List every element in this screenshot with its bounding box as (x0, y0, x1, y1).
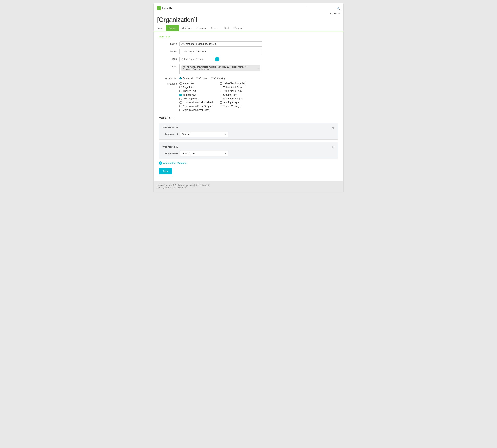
check-taf-body[interactable]: Tell-a-friend Body (220, 90, 245, 92)
footer: ActionKit version 2.2.16 (development) (… (154, 181, 343, 192)
check-sharing-image[interactable]: Sharing Image (220, 101, 245, 104)
variation-remove-1[interactable]: ⊗ (332, 126, 335, 129)
check-confirm-email-enabled-input[interactable] (179, 101, 182, 104)
allocation-label: Allocation* (159, 77, 179, 80)
check-templateset[interactable]: Templateset (179, 94, 213, 96)
nav-item-staff[interactable]: Staff (221, 25, 232, 31)
add-variation-button[interactable]: + Add another Variation (159, 161, 338, 165)
tags-label: Tags (159, 57, 179, 60)
check-page-title-input[interactable] (179, 82, 182, 85)
radio-custom[interactable]: Custom (196, 77, 207, 80)
check-page-intro-input[interactable] (179, 86, 182, 88)
check-twitter-message-input[interactable] (220, 105, 222, 107)
changes-cols: Page Title Page Intro Thanks Text Templa… (179, 82, 245, 111)
notes-label: Notes (159, 49, 179, 53)
pages-field: (raising-money-chewbaccas-medal-honor_co… (179, 64, 262, 75)
variation-card-1: VARIATION: #1 ⊗ Templateset Original dem… (159, 123, 338, 140)
variation-select-1[interactable]: Original demo_2016 (180, 131, 228, 137)
check-followup-url[interactable]: Followup URL (179, 97, 213, 100)
check-sharing-title[interactable]: Sharing Title (220, 94, 245, 96)
variation-label-1: VARIATION: #1 (162, 126, 178, 129)
pages-label: Pages (159, 64, 179, 68)
variation-header-1: VARIATION: #1 ⊗ (162, 126, 335, 129)
variations-section: Variations VARIATION: #1 ⊗ Templateset O… (159, 115, 338, 174)
logo-area: + ActionKit (157, 6, 172, 10)
check-confirm-email-body-input[interactable] (179, 109, 182, 111)
variation-select-2[interactable]: Original demo_2016 (180, 151, 228, 156)
header-top: + ActionKit 🔍 ADMIN ⚙ (157, 6, 340, 15)
footer-version: ActionKit version 2.2.16 (development) (… (157, 184, 340, 187)
radio-custom-input[interactable] (196, 77, 198, 80)
check-page-intro[interactable]: Page Intro (179, 86, 213, 89)
name-label: Name (159, 41, 179, 45)
check-confirm-email-body[interactable]: Confirmation Email Body (179, 109, 213, 111)
admin-area: ADMIN ⚙ (330, 12, 340, 15)
allocation-row: Allocation* Balanced Custom Optimizing (159, 77, 338, 80)
nav-item-users[interactable]: Users (208, 25, 221, 31)
check-twitter-message[interactable]: Twitter Message (220, 105, 245, 108)
check-taf-enabled-input[interactable] (220, 82, 222, 85)
header: + ActionKit 🔍 ADMIN ⚙ [Organization]! (154, 3, 343, 25)
tags-input[interactable] (179, 57, 213, 62)
org-title: [Organization]! (157, 16, 340, 25)
add-tag-button[interactable]: + (215, 57, 219, 61)
check-taf-subject-input[interactable] (220, 86, 222, 88)
notes-row: Notes (159, 49, 338, 54)
check-sharing-description-input[interactable] (220, 97, 222, 100)
search-input[interactable] (307, 6, 341, 11)
section-title: ADD TEST (159, 35, 338, 38)
header-right: 🔍 ADMIN ⚙ (307, 6, 340, 15)
nav-item-pages[interactable]: Pages (166, 25, 179, 31)
notes-input[interactable] (179, 49, 262, 54)
check-sharing-description[interactable]: Sharing Description (220, 97, 245, 100)
changes-col-left: Page Title Page Intro Thanks Text Templa… (179, 82, 213, 111)
check-confirm-email-subject-input[interactable] (179, 105, 182, 107)
changes-row: Changes Page Title Page Intro Thanks Tex… (159, 82, 338, 111)
variation-field-label-1: Templateset (162, 133, 178, 135)
variation-remove-2[interactable]: ⊗ (332, 145, 335, 149)
main-container: + ActionKit 🔍 ADMIN ⚙ [Organization]! (154, 3, 343, 192)
save-button[interactable]: Save (159, 168, 172, 174)
tags-row: Tags + (159, 57, 338, 62)
page-tag-remove[interactable]: ✕ (258, 67, 259, 69)
check-page-title[interactable]: Page Title (179, 82, 213, 85)
radio-custom-label: Custom (199, 77, 207, 80)
nav-item-support[interactable]: Support (232, 25, 246, 31)
gear-icon[interactable]: ⚙ (338, 12, 340, 15)
variation-label-2: VARIATION: #2 (162, 146, 178, 148)
variation-row-1: Templateset Original demo_2016 (162, 131, 335, 137)
check-thanks-text[interactable]: Thanks Text (179, 90, 213, 92)
check-thanks-text-input[interactable] (179, 90, 182, 92)
check-sharing-title-input[interactable] (220, 94, 222, 96)
outer-wrapper: + ActionKit 🔍 ADMIN ⚙ [Organization]! (0, 0, 497, 448)
radio-balanced-label: Balanced (183, 77, 193, 80)
admin-label: ADMIN (330, 12, 337, 15)
radio-optimizing[interactable]: Optimizing (211, 77, 225, 80)
radio-optimizing-label: Optimizing (214, 77, 225, 80)
check-sharing-image-input[interactable] (220, 101, 222, 104)
variation-header-2: VARIATION: #2 ⊗ (162, 145, 335, 149)
check-templateset-input[interactable] (179, 94, 182, 96)
check-confirm-email-enabled[interactable]: Confirmation Email Enabled (179, 101, 213, 104)
add-variation-icon: + (159, 161, 162, 165)
variation-row-2: Templateset Original demo_2016 (162, 151, 335, 156)
check-taf-subject[interactable]: Tell-a-friend Subject (220, 86, 245, 89)
check-confirm-email-subject[interactable]: Confirmation Email Subject (179, 105, 213, 108)
nav-item-reports[interactable]: Reports (194, 25, 209, 31)
search-area: 🔍 (307, 6, 340, 11)
nav: Home Pages Mailings Reports Users Staff … (154, 25, 343, 31)
radio-balanced-input[interactable] (179, 77, 182, 80)
check-taf-body-input[interactable] (220, 90, 222, 92)
variations-title: Variations (159, 115, 338, 120)
nav-item-mailings[interactable]: Mailings (179, 25, 194, 31)
footer-date: Jan 21, 2016, 8:40:43 p.m. GMT (157, 187, 340, 189)
radio-balanced[interactable]: Balanced (179, 77, 193, 80)
check-followup-url-input[interactable] (179, 97, 182, 100)
tags-wrapper: + (179, 57, 219, 62)
name-input[interactable] (179, 41, 262, 47)
name-row: Name (159, 41, 338, 47)
notes-field (179, 49, 262, 54)
check-taf-enabled[interactable]: Tell-a-friend Enabled (220, 82, 245, 85)
nav-item-home[interactable]: Home (154, 25, 166, 31)
radio-optimizing-input[interactable] (211, 77, 213, 80)
